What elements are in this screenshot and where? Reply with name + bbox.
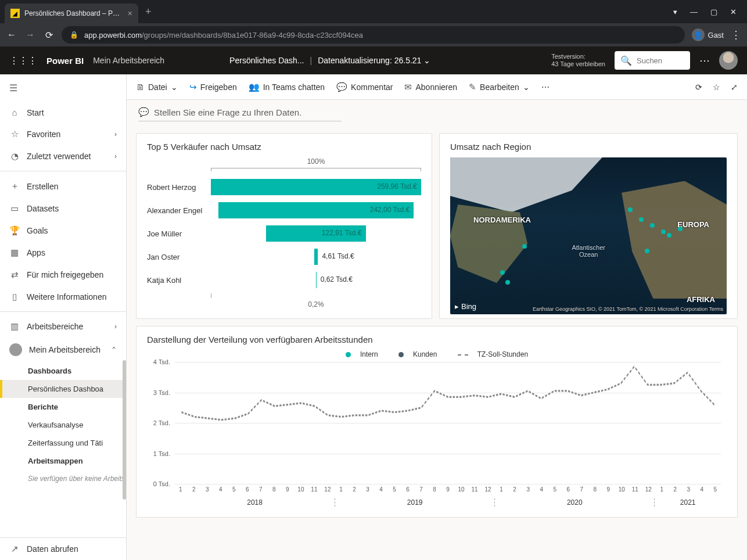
cmd-subscribe[interactable]: ✉Abonnieren — [404, 82, 457, 92]
funnel-row: Robert Herzog259,96 Tsd.€ — [147, 177, 421, 197]
tree-report-sales[interactable]: Verkaufsanalyse — [0, 416, 126, 434]
sidebar-item-recent[interactable]: ◔Zuletzt verwendet› — [0, 145, 126, 167]
apps-icon: ▦ — [9, 247, 20, 258]
profile-label: Gast — [708, 31, 724, 40]
tree-reports[interactable]: Berichte — [0, 398, 126, 416]
trial-info[interactable]: Testversion: 43 Tage verbleiben — [551, 53, 605, 68]
funnel-name: Jan Oster — [147, 253, 211, 261]
funnel-row: Joe Müller122,91 Tsd.€ — [147, 224, 421, 243]
qa-input[interactable]: 💬 Stellen Sie eine Frage zu Ihren Daten. — [138, 107, 342, 121]
teams-icon: 👥 — [249, 82, 260, 92]
dropdown-icon[interactable]: ▾ — [673, 8, 677, 16]
lock-icon: 🔒 — [70, 31, 78, 39]
fullscreen-button[interactable]: ⤢ — [731, 82, 738, 92]
bing-logo: ▸Bing — [455, 302, 476, 311]
cmd-comment[interactable]: 💬Kommentar — [336, 82, 393, 92]
shared-icon: ⇄ — [9, 270, 20, 280]
home-icon: ⌂ — [9, 107, 20, 117]
command-bar: 🗎Datei ⌄ ↪Freigeben 👥In Teams chatten 💬K… — [127, 74, 747, 100]
sidebar-item-more[interactable]: ▯Weitere Informationen — [0, 286, 126, 308]
qa-bar: 💬 Stellen Sie eine Frage zu Ihren Daten. — [127, 100, 747, 128]
cmd-edit[interactable]: ✎Bearbeiten ⌄ — [469, 82, 530, 92]
search-icon: 🔍 — [620, 55, 632, 66]
funnel-bar — [314, 249, 318, 265]
funnel-bar — [316, 272, 317, 288]
map-canvas[interactable]: NORDAMERIKA EUROPA AFRIKA Atlantischer O… — [450, 157, 727, 314]
clock-icon: ◔ — [9, 151, 20, 161]
close-window-button[interactable]: ✕ — [730, 8, 737, 16]
browser-tab[interactable]: ◢ Persönliches Dashboard – Power × — [5, 3, 138, 23]
browser-menu-button[interactable]: ⋮ — [731, 28, 741, 41]
star-icon: ☆ — [9, 129, 20, 139]
app-launcher-icon[interactable]: ⋮⋮⋮ — [9, 55, 37, 66]
reload-button[interactable]: ⟳ — [43, 30, 55, 41]
chevron-right-icon: › — [114, 322, 117, 331]
sidebar-item-favorites[interactable]: ☆Favoriten› — [0, 123, 126, 145]
comment-icon: 💬 — [336, 82, 347, 92]
tile-top-sellers[interactable]: Top 5 Verkäufer nach Umsatz 100% Robert … — [136, 133, 432, 319]
chevron-down-icon: ⌄ — [423, 56, 430, 65]
pencil-icon: ✎ — [469, 82, 476, 92]
sidebar-get-data[interactable]: ↗Daten abrufen — [0, 538, 126, 560]
cmd-file[interactable]: 🗎Datei ⌄ — [136, 82, 178, 92]
tree-report-time[interactable]: Zeiterfassung und Täti — [0, 434, 126, 452]
sidebar-item-my-workspace[interactable]: Mein Arbeitsbereich⌃ — [0, 338, 126, 362]
search-field[interactable] — [637, 56, 683, 65]
powerbi-header: ⋮⋮⋮ Power BI Mein Arbeitsbereich Persönl… — [0, 46, 747, 74]
tile-title: Top 5 Verkäufer nach Umsatz — [147, 142, 421, 152]
new-tab-button[interactable]: + — [145, 6, 152, 18]
nav-toggle-button[interactable]: ☰ — [0, 74, 126, 102]
cmd-share[interactable]: ↪Freigeben — [189, 82, 237, 92]
funnel-value: 0,62 Tsd.€ — [321, 275, 353, 283]
refresh-button[interactable]: ⟳ — [695, 82, 702, 92]
refresh-date[interactable]: Datenaktualisierung: 26.5.21 ⌄ — [318, 56, 430, 65]
qa-placeholder: Stellen Sie eine Frage zu Ihren Daten. — [154, 107, 301, 117]
cmd-more[interactable]: ⋯ — [541, 82, 550, 92]
funnel-top-label: 100% — [211, 157, 421, 166]
map-label-af: AFRIKA — [687, 295, 715, 304]
powerbi-favicon: ◢ — [10, 9, 20, 18]
profile-button[interactable]: 👤 Gast — [692, 28, 724, 41]
search-input[interactable]: 🔍 — [615, 51, 690, 70]
minimize-button[interactable]: — — [690, 8, 698, 16]
chevron-down-icon: ⌄ — [523, 82, 530, 92]
user-avatar[interactable] — [719, 51, 738, 70]
tile-map[interactable]: Umsatz nach Region NORDAMERIKA EUROPA AF… — [439, 133, 738, 319]
sidebar-item-apps[interactable]: ▦Apps — [0, 242, 126, 264]
column-chart: 0 Tsd.1 Tsd.2 Tsd.3 Tsd.4 Tsd. — [175, 362, 721, 484]
chevron-up-icon: ⌃ — [111, 346, 117, 354]
sidebar-item-shared[interactable]: ⇄Für mich freigegeben — [0, 264, 126, 286]
tree-workbooks[interactable]: Arbeitsmappen — [0, 452, 126, 470]
sidebar-item-create[interactable]: ＋Erstellen — [0, 175, 126, 198]
funnel-chart: 100% Robert Herzog259,96 Tsd.€Alexander … — [147, 157, 421, 308]
sidebar: ☰ ⌂Start ☆Favoriten› ◔Zuletzt verwendet›… — [0, 74, 127, 560]
sidebar-item-workspaces[interactable]: ▥Arbeitsbereiche› — [0, 315, 126, 338]
dataset-icon: ▭ — [9, 203, 20, 214]
forward-button[interactable]: → — [24, 30, 36, 40]
tree-dash-personal[interactable]: Persönliches Dashboa — [0, 380, 126, 398]
file-icon: 🗎 — [136, 82, 145, 92]
maximize-button[interactable]: ▢ — [710, 8, 717, 16]
funnel-row: Alexander Engel242,00 Tsd.€ — [147, 200, 421, 220]
funnel-name: Joe Müller — [147, 229, 211, 238]
chat-icon: 💬 — [138, 107, 149, 117]
mail-icon: ✉ — [404, 82, 412, 92]
favorite-button[interactable]: ☆ — [713, 82, 720, 92]
sidebar-scrollbar[interactable] — [123, 360, 126, 500]
tile-hours[interactable]: Darstellung der Verteilung von verfügbar… — [136, 326, 738, 518]
tree-dashboards[interactable]: Dashboards — [0, 362, 126, 380]
sidebar-item-home[interactable]: ⌂Start — [0, 102, 126, 123]
funnel-value: 4,61 Tsd.€ — [322, 252, 354, 260]
cmd-teams[interactable]: 👥In Teams chatten — [249, 82, 325, 92]
close-icon[interactable]: × — [128, 9, 132, 18]
header-more-button[interactable]: ⋯ — [699, 54, 710, 67]
dashboard-name[interactable]: Persönliches Dash... — [229, 56, 304, 65]
chevron-down-icon: ⌄ — [171, 82, 178, 92]
sidebar-item-datasets[interactable]: ▭Datasets — [0, 198, 126, 220]
back-button[interactable]: ← — [6, 30, 17, 40]
workspace-label[interactable]: Mein Arbeitsbereich — [93, 56, 164, 65]
url-host: app.powerbi.com — [84, 31, 142, 40]
workspace-avatar-icon — [9, 343, 22, 356]
sidebar-item-goals[interactable]: 🏆Goals — [0, 220, 126, 242]
url-input[interactable]: 🔒 app.powerbi.com/groups/me/dashboards/8… — [62, 26, 685, 44]
